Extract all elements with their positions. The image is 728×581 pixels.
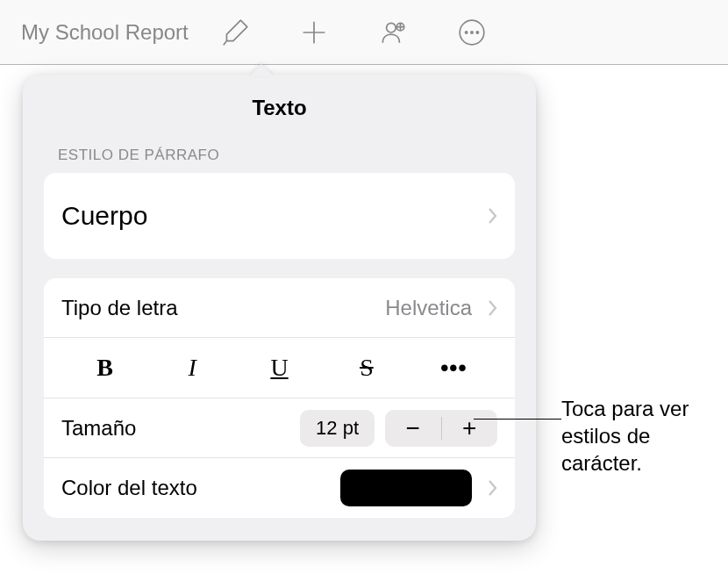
size-value[interactable]: 12 pt [300, 410, 375, 447]
chevron-right-icon [488, 479, 497, 497]
text-styles-row: B I U S ••• [44, 338, 515, 398]
svg-point-3 [465, 31, 468, 34]
format-popover: Texto ESTILO DE PÁRRAFO Cuerpo Tipo de l… [23, 75, 536, 541]
bold-button[interactable]: B [61, 338, 148, 398]
collaborate-icon[interactable] [375, 15, 410, 50]
chevron-right-icon [488, 207, 497, 225]
paragraph-style-value: Cuerpo [61, 201, 147, 231]
document-title: My School Report [21, 20, 189, 45]
text-color-row[interactable]: Color del texto [44, 458, 515, 518]
font-label: Tipo de letra [61, 296, 178, 320]
svg-point-5 [475, 31, 479, 34]
character-styles-button[interactable]: ••• [410, 338, 497, 398]
section-label-paragraph: ESTILO DE PÁRRAFO [23, 136, 536, 173]
size-stepper: − + [385, 410, 497, 447]
popover-title: Texto [23, 75, 536, 136]
toolbar-icons [218, 15, 489, 50]
text-color-swatch[interactable] [340, 470, 472, 506]
chevron-right-icon [488, 299, 497, 317]
format-brush-icon[interactable] [218, 15, 253, 50]
paragraph-style-card: Cuerpo [44, 173, 515, 259]
add-icon[interactable] [296, 15, 332, 50]
strikethrough-button[interactable]: S [323, 338, 410, 398]
text-format-card: Tipo de letra Helvetica B I U S ••• Tama… [44, 278, 515, 518]
more-icon[interactable] [454, 15, 489, 50]
font-value: Helvetica [385, 296, 472, 320]
size-decrease-button[interactable]: − [385, 410, 441, 447]
text-color-label: Color del texto [61, 476, 197, 500]
size-row: Tamaño 12 pt − + [44, 398, 515, 458]
popover-caret [249, 64, 274, 76]
size-label: Tamaño [61, 416, 136, 441]
font-row[interactable]: Tipo de letra Helvetica [44, 278, 515, 338]
callout-line [474, 419, 561, 420]
callout-text: Toca para ver estilos de carácter. [561, 395, 728, 477]
paragraph-style-row[interactable]: Cuerpo [44, 173, 515, 259]
svg-point-0 [387, 23, 396, 32]
svg-point-4 [470, 31, 474, 34]
size-increase-button[interactable]: + [442, 410, 498, 447]
italic-button[interactable]: I [148, 338, 235, 398]
underline-button[interactable]: U [236, 338, 323, 398]
toolbar: My School Report [0, 0, 728, 65]
